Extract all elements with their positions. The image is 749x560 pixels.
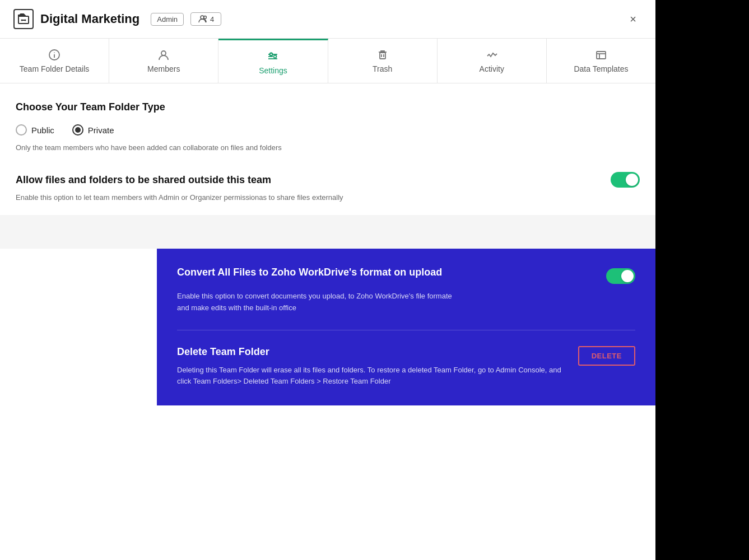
tab-label: Team Folder Details [20, 64, 90, 73]
toggle-knob [626, 174, 638, 186]
convert-desc-line1: Enable this option to convert documents … [177, 292, 452, 300]
tab-data-templates[interactable]: Data Templates [547, 39, 655, 83]
info-icon [48, 49, 61, 61]
folder-type-hint: Only the team members who have been adde… [16, 143, 640, 152]
gray-separator [0, 215, 655, 249]
public-label: Public [31, 125, 54, 135]
members-count: 4 [210, 15, 214, 24]
tab-label: Data Templates [574, 64, 628, 73]
public-radio-button[interactable] [16, 124, 27, 136]
settings-content: Choose Your Team Folder Type Public Priv… [0, 83, 655, 215]
share-toggle[interactable] [611, 172, 640, 188]
tab-label: Activity [480, 64, 504, 73]
members-badge[interactable]: 4 [190, 12, 221, 26]
tab-label: Members [147, 64, 180, 73]
share-hint: Enable this option to let team members w… [16, 193, 640, 202]
svg-rect-17 [380, 53, 385, 59]
svg-point-3 [25, 20, 26, 21]
delete-button[interactable]: DELETE [578, 346, 635, 366]
blue-toggle-knob [621, 270, 634, 282]
convert-desc: Enable this option to convert documents … [177, 291, 614, 314]
folder-type-title: Choose Your Team Folder Type [16, 101, 640, 113]
private-label: Private [88, 125, 114, 135]
tab-label: Settings [259, 66, 287, 75]
templates-icon [595, 49, 607, 61]
tab-team-folder-details[interactable]: Team Folder Details [0, 39, 109, 83]
modal-header: Digital Marketing Admin 4 × [0, 0, 655, 39]
admin-badge[interactable]: Admin [151, 13, 184, 26]
close-button[interactable]: × [624, 10, 642, 28]
convert-toggle[interactable] [606, 268, 635, 284]
tabs-container: Team Folder Details Members [0, 39, 655, 83]
activity-icon [486, 49, 498, 61]
private-radio-button[interactable] [72, 124, 83, 136]
folder-type-radio-group: Public Private [16, 124, 640, 136]
convert-desc-line2: and make edits with the built-in office [177, 304, 296, 312]
workspace-title: Digital Marketing [40, 12, 139, 26]
convert-title: Convert All Files to Zoho WorkDrive's fo… [177, 267, 442, 278]
tab-settings[interactable]: Settings [218, 39, 328, 83]
svg-point-13 [274, 55, 277, 58]
delete-title: Delete Team Folder [177, 346, 565, 358]
svg-rect-20 [597, 52, 606, 59]
delete-text-block: Delete Team Folder Deleting this Team Fo… [177, 346, 565, 388]
settings-icon [267, 50, 279, 63]
radio-inner-dot [75, 127, 81, 133]
person-icon [157, 49, 170, 61]
public-radio[interactable]: Public [16, 124, 54, 136]
share-setting-row: Allow files and folders to be shared out… [16, 172, 640, 188]
folder-icon [13, 9, 34, 29]
delete-desc: Deleting this Team Folder will erase all… [177, 365, 565, 388]
svg-point-9 [161, 51, 166, 55]
tab-trash[interactable]: Trash [328, 39, 438, 83]
svg-point-5 [204, 16, 207, 19]
share-title: Allow files and folders to be shared out… [16, 174, 271, 186]
trash-icon [376, 49, 389, 61]
delete-row: Delete Team Folder Deleting this Team Fo… [177, 346, 635, 388]
blue-divider [177, 330, 635, 330]
tab-members[interactable]: Members [109, 39, 218, 83]
tab-activity[interactable]: Activity [438, 39, 547, 83]
blue-section: Convert All Files to Zoho WorkDrive's fo… [157, 249, 655, 405]
private-radio[interactable]: Private [72, 124, 114, 136]
convert-row: Convert All Files to Zoho WorkDrive's fo… [177, 267, 635, 285]
svg-point-8 [54, 52, 55, 53]
tab-label: Trash [373, 64, 392, 73]
